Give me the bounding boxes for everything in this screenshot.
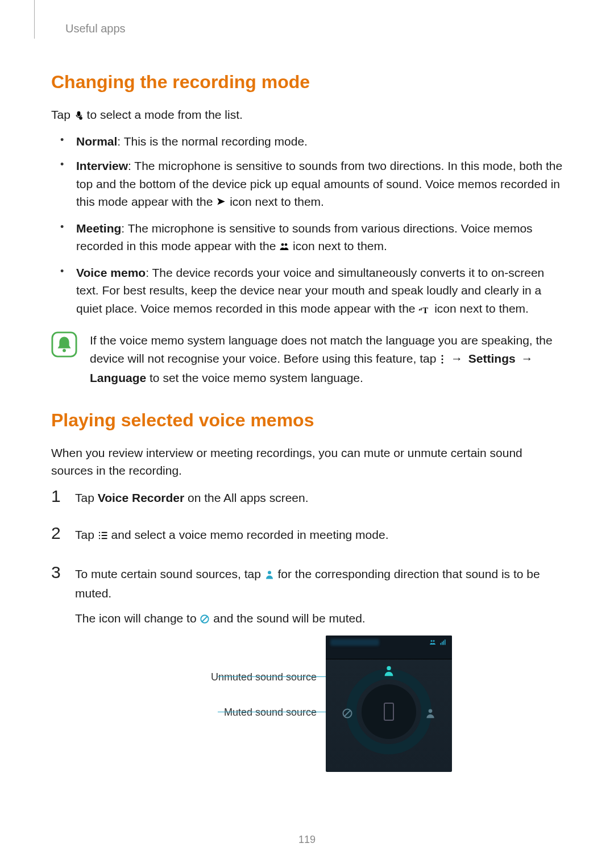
label-voicememo: Voice memo: [76, 266, 146, 279]
more-options-icon: [439, 351, 445, 369]
page-content: Changing the recording mode Tap to selec…: [0, 0, 614, 772]
step-3-number: 3: [51, 563, 65, 773]
text-interview-post: icon next to them.: [230, 195, 324, 208]
intro-paragraph: Tap to select a mode from the list.: [51, 106, 563, 126]
svg-point-19: [431, 640, 433, 642]
label-unmuted: Unmuted sound source: [211, 670, 317, 685]
svg-point-25: [387, 666, 391, 670]
step-1-pre: Tap: [75, 491, 98, 504]
svg-point-7: [442, 355, 443, 356]
svg-point-16: [268, 571, 271, 574]
svg-line-27: [345, 711, 350, 716]
step-3: 3 To mute certain sound sources, tap for…: [51, 563, 563, 773]
svg-point-14: [99, 538, 100, 539]
label-muted: Muted sound source: [224, 705, 317, 720]
list-icon: [98, 528, 108, 546]
arrow-1: →: [451, 350, 463, 368]
marker-right: [425, 706, 436, 717]
svg-point-6: [63, 349, 66, 352]
label-normal: Normal: [76, 135, 117, 148]
note-bell-icon: [51, 331, 77, 363]
step-1: 1 Tap Voice Recorder on the All apps scr…: [51, 487, 563, 514]
intro-pre: Tap: [51, 108, 74, 121]
mode-list: Normal: This is the normal recording mod…: [51, 132, 563, 319]
interview-mode-icon: [216, 194, 226, 213]
playing-intro: When you review interview or meeting rec…: [51, 444, 563, 480]
note-language-label: Language: [90, 371, 146, 384]
person-icon: [264, 567, 275, 585]
marker-unmuted: [383, 664, 395, 676]
phone-device-outline: [384, 703, 394, 721]
step-1-post: on the All apps screen.: [184, 491, 308, 504]
page-number: 119: [298, 832, 316, 848]
step-1-bold: Voice Recorder: [98, 491, 185, 504]
svg-rect-23: [443, 641, 445, 645]
note-block: If the voice memo system language does n…: [51, 331, 563, 387]
svg-point-2: [281, 243, 284, 246]
marker-muted: [342, 706, 353, 717]
svg-point-20: [433, 640, 435, 642]
label-meeting: Meeting: [76, 222, 121, 235]
voice-memo-icon: T: [418, 301, 431, 319]
step-2-pre: Tap: [75, 528, 98, 541]
svg-point-8: [442, 358, 443, 360]
callout-figure: Unmuted sound source Muted sound source: [75, 636, 563, 772]
step-3-line2-pre: The icon will change to: [75, 612, 200, 625]
text-meeting-post: icon next to them.: [293, 239, 387, 252]
header-rule: [34, 0, 35, 39]
step-2: 2 Tap and select a voice memo recorded i…: [51, 524, 563, 553]
phone-dial-center: [362, 684, 416, 739]
step-3-line2-post: and the sound will be muted.: [213, 612, 365, 625]
bullet-interview: Interview: The microphone is sensitive t…: [76, 157, 563, 213]
phone-title-blur: [330, 639, 379, 646]
svg-point-12: [99, 535, 100, 536]
step-2-post: and select a voice memo recorded in meet…: [111, 528, 389, 541]
svg-point-3: [285, 243, 288, 246]
note-post: to set the voice memo system language.: [150, 371, 363, 384]
mute-circle-icon: [200, 611, 210, 629]
note-text: If the voice memo system language does n…: [90, 331, 563, 387]
bullet-meeting: Meeting: The microphone is sensitive to …: [76, 219, 563, 257]
svg-rect-24: [445, 639, 446, 645]
text-normal: : This is the normal recording mode.: [117, 135, 308, 148]
svg-text:T: T: [423, 306, 429, 315]
svg-point-28: [429, 709, 433, 713]
header-section: Useful apps: [65, 20, 126, 37]
svg-point-9: [442, 362, 443, 363]
svg-rect-0: [77, 111, 80, 115]
phone-figure: [326, 636, 452, 772]
label-interview: Interview: [76, 159, 128, 172]
step-2-number: 2: [51, 524, 65, 553]
arrow-2: →: [521, 350, 533, 368]
intro-post: to select a mode from the list.: [87, 108, 243, 121]
meeting-mode-icon: [279, 239, 289, 257]
note-settings-label: Settings: [468, 352, 516, 365]
svg-point-10: [99, 532, 100, 533]
step-3-pre: To mute certain sound sources, tap: [75, 567, 264, 580]
text-voicememo-post: icon next to them.: [434, 302, 529, 315]
svg-rect-21: [441, 643, 442, 645]
heading-changing-mode: Changing the recording mode: [51, 68, 563, 95]
bullet-normal: Normal: This is the normal recording mod…: [76, 132, 563, 151]
phone-status-icons: [429, 639, 446, 646]
heading-playing-memos: Playing selected voice memos: [51, 406, 563, 434]
step-1-number: 1: [51, 487, 65, 514]
bullet-voicememo: Voice memo: The device records your voic…: [76, 264, 563, 319]
svg-line-18: [202, 616, 208, 621]
svg-rect-22: [442, 642, 443, 645]
mic-settings-icon: [74, 107, 84, 126]
